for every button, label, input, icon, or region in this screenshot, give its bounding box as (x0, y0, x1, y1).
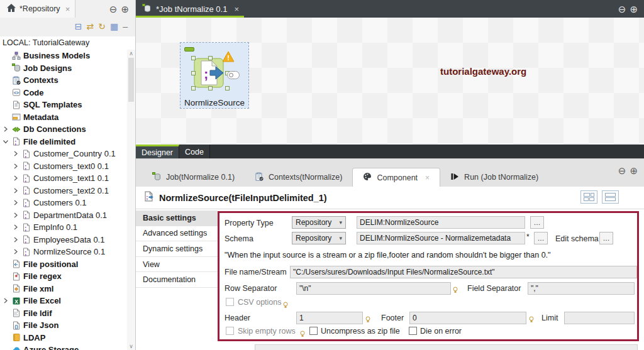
tree-item-file-positional[interactable]: File positional (0, 258, 127, 271)
tab-component[interactable]: Component× (352, 168, 440, 187)
stacked-layout-icon[interactable] (602, 190, 619, 204)
talend-studio-window: *Repository × ⊖ ⊕ ⊟⇄↻▦– LOCAL: TutorialG… (0, 0, 644, 350)
tree-item-label: Code (23, 88, 44, 97)
chevron-collapsed-icon[interactable] (12, 249, 19, 254)
edit-schema-button[interactable]: … (599, 232, 613, 244)
component-selection[interactable]: ; ! NormlizeS (180, 43, 248, 108)
schema-browse-button[interactable]: … (534, 232, 548, 244)
chevron-collapsed-icon[interactable] (2, 298, 9, 304)
property-browse-button[interactable]: … (530, 216, 544, 229)
chevron-collapsed-icon[interactable] (12, 151, 19, 156)
chevron-collapsed-icon[interactable] (12, 237, 19, 243)
settings-nav-dynamic-settings[interactable]: Dynamic settings (136, 241, 218, 257)
chevron-collapsed-icon[interactable] (12, 163, 19, 169)
selection-handle[interactable] (225, 86, 230, 90)
tree-item-azure-storage[interactable]: awsAzure Storage (0, 344, 127, 350)
tree-item-file-excel[interactable]: XFile Excel (0, 295, 127, 307)
view-menu-icon[interactable]: – (123, 22, 128, 31)
tree-item-business-models[interactable]: Business Models (0, 50, 127, 62)
chevron-collapsed-icon[interactable] (12, 188, 19, 194)
tree-item-departmentdata-0-1[interactable]: ;DepartmentData 0.1 (0, 209, 127, 222)
settings-nav-basic-settings[interactable]: Basic settings (136, 211, 218, 226)
chevron-collapsed-icon[interactable] (12, 200, 19, 205)
chevron-collapsed-icon[interactable] (2, 126, 9, 132)
chevron-expanded-icon[interactable] (2, 139, 9, 145)
scroll-down-icon[interactable]: ∨ (129, 343, 133, 349)
maximize-icon[interactable]: ⊕ (630, 166, 638, 175)
row-separator-field[interactable]: "\n" (296, 282, 451, 295)
close-icon[interactable]: × (65, 4, 70, 14)
tree-item-customer-country-0-1[interactable]: ;Customer_Country 0.1 (0, 148, 127, 160)
tab-run-job-tnormalize[interactable]: Run (Job tNormalize) (440, 168, 548, 187)
tree-item-metadata[interactable]: Metadata (0, 111, 127, 124)
component-label[interactable]: NormlizeSource (180, 98, 248, 107)
settings-nav-advanced-settings[interactable]: Advanced settings (136, 226, 218, 242)
uncompress-checkbox[interactable] (309, 327, 318, 335)
settings-nav-view[interactable]: View (136, 257, 218, 273)
selection-handle[interactable] (191, 71, 196, 75)
die-on-error-checkbox[interactable] (409, 327, 417, 335)
view-tab-designer[interactable]: Designer (136, 145, 179, 158)
settings-nav-documentation[interactable]: Documentation (136, 272, 218, 288)
field-separator-field[interactable]: "," (528, 282, 635, 295)
tree-item-contexts[interactable]: Contexts (0, 74, 127, 87)
limit-field[interactable] (564, 312, 635, 324)
tab-job-tnormalize-0-1[interactable]: Job(tNormalize 0.1) (142, 168, 245, 187)
scroll-up-icon[interactable]: ∧ (129, 50, 133, 57)
job-design-canvas[interactable]: tutorialgateway.org ; (136, 18, 644, 145)
refresh-icon[interactable]: ↻ (98, 22, 106, 31)
tab-job-tnormalize[interactable]: *Job tNormalize 0.1 × (136, 0, 247, 18)
csv-options-checkbox[interactable] (226, 298, 234, 306)
tree-item-employeesdata-0-1[interactable]: ;EmployeesData 0.1 (0, 234, 127, 246)
schema-repository-field[interactable]: DELIM:NormlizeSource - Normalizemetadata (357, 232, 525, 244)
maximize-icon[interactable]: ⊕ (630, 4, 638, 14)
selection-handle[interactable] (208, 56, 213, 60)
minimize-icon[interactable]: ⊖ (109, 4, 118, 14)
tree-item-file-regex[interactable]: *File regex (0, 270, 127, 283)
tree-scrollbar-thumb[interactable] (128, 58, 134, 102)
tree-item-normlizesource-0-1[interactable]: ;NormlizeSource 0.1 (0, 246, 127, 258)
schema-type-select[interactable]: Repository ▾ (292, 232, 346, 244)
chevron-collapsed-icon[interactable] (12, 212, 19, 218)
close-icon[interactable]: × (234, 4, 239, 14)
chevron-collapsed-icon[interactable] (12, 175, 19, 181)
tree-item-customers-0-1[interactable]: ;Customers 0.1 (0, 197, 127, 209)
table-view-icon[interactable]: ▦ (110, 22, 118, 31)
selection-handle[interactable] (208, 86, 213, 90)
tree-item-file-json[interactable]: {}File Json (0, 319, 127, 332)
grid-layout-icon[interactable] (580, 190, 597, 204)
file-name-field[interactable]: "C:/Users/sures/Downloads/Input Files/No… (290, 266, 637, 278)
tree-item-sql-templates[interactable]: SQL Templates (0, 99, 127, 111)
output-connector[interactable] (227, 71, 240, 79)
header-field[interactable]: 1 (296, 312, 363, 324)
selection-handle[interactable] (191, 86, 196, 90)
property-type-select[interactable]: Repository ▾ (292, 216, 346, 229)
minimize-icon[interactable]: ⊖ (618, 4, 626, 14)
tree-item-code[interactable]: <>Code (0, 87, 127, 99)
tab-repository[interactable]: *Repository × (0, 0, 75, 18)
tree-item-empinfo-0-1[interactable]: ;EmpInfo 0.1 (0, 221, 127, 234)
tree-item-customers-text2-0-1[interactable]: ;Customers_text2 0.1 (0, 185, 127, 197)
footer-field[interactable]: 0 (409, 312, 526, 324)
tree-item-file-delimited[interactable]: ;File delimited (0, 136, 127, 148)
tree-item-customers-text0-0-1[interactable]: ;Customers_text0 0.1 (0, 160, 127, 173)
tree-item-db-connections[interactable]: Db Connections (0, 123, 127, 136)
skip-empty-rows-checkbox[interactable] (226, 327, 234, 335)
view-tab-code[interactable]: Code (179, 145, 210, 158)
tree-item-customers-text1-0-1[interactable]: ;Customers_text1 0.1 (0, 172, 127, 185)
maximize-icon[interactable]: ⊕ (121, 4, 129, 14)
home-icon[interactable] (6, 3, 16, 15)
tab-contexts-tnormalize[interactable]: Contexts(tNormalize) (245, 168, 352, 187)
property-repository-field[interactable]: DELIM:NormlizeSource (357, 216, 525, 229)
minimize-icon[interactable]: ⊖ (618, 166, 626, 175)
tree-item-file-xml[interactable]: File xml (0, 283, 127, 295)
collapse-all-icon[interactable]: ⊟ (75, 22, 82, 31)
sync-icon[interactable]: ⇄ (87, 22, 94, 31)
selection-handle[interactable] (191, 56, 196, 60)
panel-window-buttons: ⊖ ⊕ (618, 166, 638, 175)
tree-item-job-designs[interactable]: Job Designs (0, 62, 127, 75)
tree-item-file-ldif[interactable]: File ldif (0, 307, 127, 320)
tree-item-ldap[interactable]: LDAP (0, 332, 127, 344)
close-icon[interactable]: × (425, 173, 430, 182)
chevron-collapsed-icon[interactable] (12, 224, 19, 230)
